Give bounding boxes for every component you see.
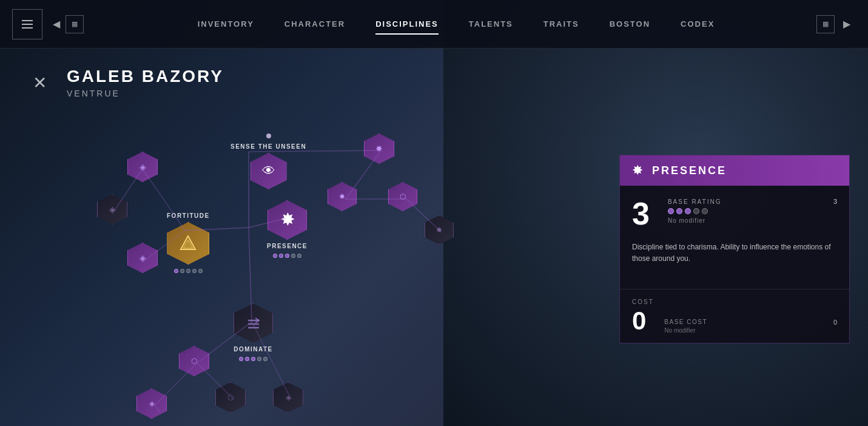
info-panel-body: 3 BASE RATING 3 No modifier Discipline t…	[620, 186, 849, 289]
cost-number: 0	[632, 308, 646, 334]
rating-modifier: No modifier	[668, 217, 837, 224]
base-rating-label: BASE RATING	[668, 198, 722, 205]
left3-icon: ◈	[140, 162, 146, 172]
skill-node-left2[interactable]: ◈	[127, 243, 158, 273]
node-hex-presence[interactable]: ✸	[267, 200, 307, 240]
base-cost-value: 0	[833, 319, 837, 326]
skill-node-presence[interactable]: ✸ PRESENCE	[267, 200, 308, 258]
mid-right1-icon: ✸	[339, 192, 345, 201]
rating-row: 3 BASE RATING 3 No modifier	[632, 198, 837, 229]
top-right-icon: ✸	[375, 144, 383, 154]
presence-header-icon: ✸	[632, 163, 643, 178]
left2-icon: ◈	[140, 253, 146, 263]
nav-item-traits[interactable]: TRAITS	[543, 16, 579, 32]
nav-page-right-indicator: ▦	[816, 15, 835, 33]
nav-item-disciplines[interactable]: DISCIPLINES	[375, 16, 439, 32]
nav-item-codex[interactable]: CODEX	[681, 16, 715, 32]
far-right-icon: ✸	[436, 226, 442, 234]
node-hex-left3[interactable]: ◈	[127, 152, 158, 182]
skill-node-top-right[interactable]: ✸	[364, 134, 394, 164]
node-label-dominate: DOMINATE	[234, 346, 273, 353]
nav-next-button[interactable]: ▶	[838, 15, 856, 33]
dot-5	[263, 357, 267, 361]
node-hex-top-right[interactable]: ✸	[364, 134, 394, 164]
dot-4	[257, 357, 261, 361]
svg-rect-1	[22, 24, 33, 25]
skill-node-bot4[interactable]: ◈	[273, 382, 303, 413]
node-hex-sense[interactable]: 👁	[251, 153, 287, 189]
cost-row: 0 BASE COST 0 No modifier	[632, 308, 837, 334]
skill-node-mid-right2[interactable]: ⬡	[388, 182, 417, 211]
skill-node-left1[interactable]: ◈	[97, 194, 127, 225]
sense-icon: 👁	[262, 163, 275, 179]
menu-icon-box[interactable]	[12, 9, 42, 39]
skill-node-dominate[interactable]: DOMINATE	[234, 303, 273, 361]
dot-3	[251, 357, 255, 361]
node-hex-bot1[interactable]: ⬡	[179, 346, 209, 376]
node-hex-bot4[interactable]: ◈	[273, 382, 303, 413]
node-hex-mid-right1[interactable]: ✸	[328, 182, 357, 211]
skill-node-bot3[interactable]: ⬡	[215, 382, 246, 413]
rating-dot-4	[693, 208, 699, 214]
node-hex-mid-right2[interactable]: ⬡	[388, 182, 417, 211]
node-label-sense: SENSE THE UNSEEN	[230, 143, 306, 150]
base-cost-details: BASE COST 0 No modifier	[664, 319, 837, 334]
dot-2	[279, 254, 283, 258]
node-hex-fortitude[interactable]	[167, 222, 209, 265]
node-hex-bot3[interactable]: ⬡	[215, 382, 246, 413]
dot-3	[285, 254, 289, 258]
skill-node-far-right[interactable]: ✸	[425, 215, 454, 245]
dot-1	[273, 254, 277, 258]
skill-node-fortitude[interactable]: FORTITUDE	[167, 212, 210, 273]
node-hex-left1[interactable]: ◈	[97, 194, 127, 225]
rating-label-row: BASE RATING 3	[668, 198, 837, 205]
cost-section: COST 0 BASE COST 0 No modifier	[620, 289, 849, 343]
bot2-icon: ◈	[149, 399, 155, 408]
node-label-presence: PRESENCE	[267, 243, 308, 249]
node-hex-bot2[interactable]: ◈	[136, 388, 167, 419]
nav-prev-button[interactable]: ◀	[47, 15, 66, 33]
cost-label: COST	[632, 299, 837, 305]
nav-item-talents[interactable]: TALENTS	[469, 16, 513, 32]
skill-node-sense-the-unseen[interactable]: SENSE THE UNSEEN 👁	[230, 134, 306, 189]
node-hex-far-right[interactable]: ✸	[425, 215, 454, 245]
presence-icon: ✸	[281, 211, 294, 229]
nav-item-boston[interactable]: BOSTON	[610, 16, 650, 32]
dominate-dots	[239, 357, 267, 361]
character-class: VENTRUE	[67, 89, 224, 98]
base-cost-label-row: BASE COST 0	[664, 319, 837, 326]
character-info: ✕ GALEB BAZORY VENTRUE	[24, 67, 224, 98]
rating-details: BASE RATING 3 No modifier	[668, 198, 837, 224]
left1-icon: ◈	[109, 205, 116, 214]
svg-marker-20	[183, 240, 193, 248]
info-panel: ✸ PRESENCE 3 BASE RATING 3 No modifier	[619, 155, 850, 343]
node-indicator	[266, 134, 271, 138]
skills-tree: SENSE THE UNSEEN 👁 FORTITUDE ✸ PRESENCE	[49, 121, 473, 413]
rating-dot-5	[702, 208, 708, 214]
skill-node-bot1[interactable]: ⬡	[179, 346, 209, 376]
discipline-description: Discipline tied to charisma. Ability to …	[632, 242, 837, 265]
rating-dot-2	[676, 208, 682, 214]
nav-page-indicator: ▦	[66, 15, 84, 33]
dot-5	[198, 269, 203, 273]
nav-item-inventory[interactable]: INVENTORY	[198, 16, 254, 32]
character-name-block: GALEB BAZORY VENTRUE	[67, 67, 224, 98]
info-panel-title: PRESENCE	[652, 164, 727, 177]
dot-3	[186, 269, 190, 273]
close-icon[interactable]: ✕	[24, 67, 55, 98]
svg-rect-2	[22, 27, 33, 29]
dot-4	[192, 269, 197, 273]
node-hex-dominate[interactable]	[234, 303, 273, 343]
nav-item-character[interactable]: CHARACTER	[284, 16, 345, 32]
fortitude-dots	[174, 269, 203, 273]
dot-1	[174, 269, 178, 273]
skill-node-left3[interactable]: ◈	[127, 152, 158, 182]
bot3-icon: ⬡	[227, 393, 234, 402]
character-name: GALEB BAZORY	[67, 67, 224, 86]
node-hex-left2[interactable]: ◈	[127, 243, 158, 273]
skill-node-mid-right1[interactable]: ✸	[328, 182, 357, 211]
base-cost-modifier: No modifier	[664, 327, 837, 334]
nav-next-area: ▦ ▶	[816, 15, 856, 33]
dot-2	[245, 357, 249, 361]
skill-node-bot2[interactable]: ◈	[136, 388, 167, 419]
